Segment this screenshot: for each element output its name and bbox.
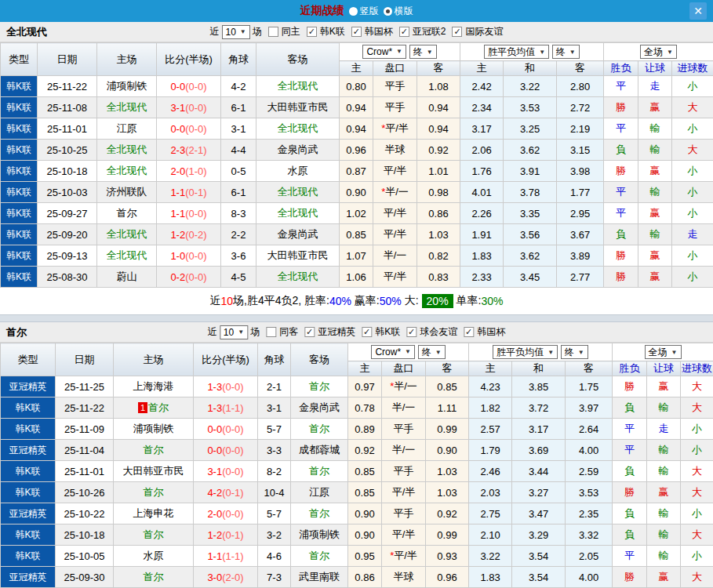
final-avg-select[interactable]: 终▼ <box>561 345 588 359</box>
away-odds-cell: 0.99 <box>426 419 469 440</box>
corner-cell: 4-2 <box>221 76 256 97</box>
halftime-score: (0-0) <box>185 123 206 135</box>
avg-home-cell: 1.91 <box>460 224 504 245</box>
bookmaker-select[interactable]: Crow*▼ <box>371 345 415 359</box>
corner-cell: 8-3 <box>221 203 256 224</box>
avg-home-cell: 4.23 <box>469 376 512 397</box>
halftime-score: (0-2) <box>185 229 206 241</box>
date-cell: 25-09-30 <box>56 567 114 588</box>
handicap-cell: 半球 <box>382 567 426 588</box>
corner-cell: 3-1 <box>221 118 256 140</box>
league-checkbox[interactable]: ✓ <box>307 27 317 37</box>
summary-segment: 近 <box>209 294 220 308</box>
check-icon: ✓ <box>363 328 370 336</box>
fulltime-select[interactable]: 全场▼ <box>645 345 682 359</box>
section-header-seoul: 首尔 近10▼场同客✓亚冠精英✓韩K联✓球会友谊✓韩国杯 <box>0 322 713 343</box>
result-goals-cell: 小 <box>672 267 713 288</box>
away-team-name: 全北现代 <box>278 80 318 92</box>
same-venue-checkbox[interactable] <box>266 327 276 337</box>
avg-odds-select[interactable]: 胜平负均值▼ <box>493 345 558 359</box>
titlebar: 近期战绩 竖版 横版 ✕ <box>0 0 713 22</box>
avg-away-cell: 3.89 <box>557 245 604 267</box>
col-header-score: 比分(半场) <box>157 43 221 76</box>
league-cell: 韩K联 <box>1 546 56 567</box>
filter-bar: 近10▼场同客✓亚冠精英✓韩K联✓球会友谊✓韩国杯 <box>208 325 505 339</box>
handicap-cell: 平手 <box>373 76 417 97</box>
away-team-name: 大田韩亚市民 <box>267 101 329 113</box>
final-odds-select[interactable]: 终▼ <box>409 45 437 59</box>
match-row: 韩K联25-11-09浦项制铁0-0(0-0)5-7首尔0.89平手0.992.… <box>1 419 713 440</box>
handicap-value: 半球 <box>385 143 406 155</box>
halftime-score: (1-1) <box>222 550 243 562</box>
layout-option-horizontal[interactable]: 横版 <box>384 5 413 18</box>
corner-cell: 3-1 <box>258 397 291 419</box>
match-count-select[interactable]: 10▼ <box>220 325 248 339</box>
same-venue-checkbox[interactable] <box>268 27 278 37</box>
matches-table-jeonbuk: 类型 日期 主场 比分(半场) 角球 客场 Crow*▼ 终▼ 胜平负均值▼ 终… <box>0 42 713 288</box>
summary-segment: 胜率: <box>304 294 329 308</box>
handicap-value: 平/半 <box>392 528 416 540</box>
result-letball-cell: 赢 <box>638 97 672 118</box>
result-goals-cell: 小 <box>672 118 713 140</box>
league-checkbox[interactable]: ✓ <box>406 327 417 337</box>
avg-away-cell: 2.95 <box>557 203 604 224</box>
league-checkbox[interactable]: ✓ <box>452 27 462 37</box>
fulltime-select[interactable]: 全场▼ <box>640 45 677 59</box>
handicap-cell: 平/半 <box>373 203 417 224</box>
fulltime-score: 2-0 <box>170 165 185 177</box>
fulltime-score: 0-0 <box>170 123 185 135</box>
match-count-select[interactable]: 10▼ <box>222 25 250 39</box>
avg-away-cell: 2.59 <box>566 461 613 482</box>
final-odds-select[interactable]: 终▼ <box>418 345 446 359</box>
fulltime-score: 1-2 <box>170 229 185 241</box>
summary-segment: 场,胜4平4负2, <box>233 294 304 308</box>
league-checkbox[interactable]: ✓ <box>464 327 474 337</box>
avg-draw-cell: 3.56 <box>504 224 557 245</box>
score-cell: 0-0(0-0) <box>194 440 258 461</box>
league-checkbox-label: 亚冠精英 <box>318 325 355 339</box>
league-cell: 韩K联 <box>1 76 38 97</box>
result-wdl-cell: 平 <box>604 182 638 203</box>
league-checkbox[interactable]: ✓ <box>304 327 315 337</box>
avg-away-cell: 3.15 <box>557 140 604 161</box>
avg-home-cell: 2.33 <box>460 267 504 288</box>
match-row: 韩K联25-10-25全北现代2-3(2-1)4-4金泉尚武0.96半球0.92… <box>1 140 713 161</box>
date-cell: 25-09-27 <box>38 203 97 224</box>
chevron-down-icon: ▼ <box>667 49 673 56</box>
check-icon: ✓ <box>465 328 472 336</box>
filter-near-label: 近 <box>210 25 220 38</box>
avg-home-cell: 2.46 <box>469 461 512 482</box>
league-checkbox-label: 韩K联 <box>320 25 345 38</box>
away-team-name: 全北现代 <box>278 270 318 282</box>
match-row: 韩K联25-08-30蔚山0-2(0-0)4-5全北现代1.06平/半0.832… <box>1 267 713 288</box>
handicap-value: 半/一 <box>384 249 407 261</box>
handicap-value: 平/半 <box>384 270 407 282</box>
corner-cell: 2-2 <box>221 224 256 245</box>
league-checkbox-label: 国际友谊 <box>465 25 503 38</box>
home-odds-cell: 0.78 <box>348 397 382 419</box>
check-icon: ✓ <box>353 27 360 36</box>
avg-draw-cell: 3.25 <box>504 118 557 140</box>
home-odds-cell: 0.94 <box>340 97 373 118</box>
league-checkbox[interactable]: ✓ <box>351 27 362 37</box>
home-team-cell: 全北现代 <box>97 140 157 161</box>
away-team-name: 首尔 <box>309 465 329 477</box>
same-venue-label: 同主 <box>282 25 300 38</box>
bookmaker-select[interactable]: Crow*▼ <box>362 45 406 59</box>
league-checkbox-label: 韩国杯 <box>477 325 505 339</box>
corner-cell: 6-1 <box>221 182 256 203</box>
avg-draw-cell: 3.62 <box>504 245 557 267</box>
fulltime-score: 1-0 <box>170 250 185 262</box>
league-checkbox[interactable]: ✓ <box>362 327 372 337</box>
home-team-name: 首尔 <box>117 207 137 219</box>
fulltime-score: 1-3 <box>207 381 222 393</box>
date-cell: 25-11-09 <box>56 419 114 440</box>
layout-option-vertical[interactable]: 竖版 <box>349 5 379 18</box>
odds-dropdown-group: Crow*▼ 终▼ <box>348 343 469 361</box>
league-checkbox[interactable]: ✓ <box>399 27 409 37</box>
result-wdl-cell: 平 <box>604 203 638 224</box>
avg-odds-select[interactable]: 胜平负均值▼ <box>484 45 549 59</box>
final-avg-select[interactable]: 终▼ <box>552 45 580 59</box>
close-button[interactable]: ✕ <box>689 2 707 20</box>
fulltime-score: 3-1 <box>207 466 222 477</box>
